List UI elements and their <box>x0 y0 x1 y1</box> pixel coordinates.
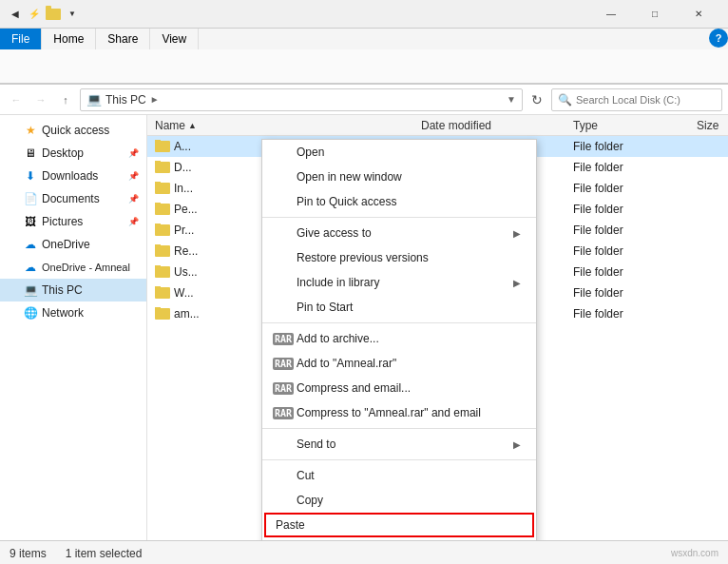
cm-item-icon <box>274 192 293 211</box>
sidebar: ★ Quick access 🖥 Desktop 📌 ⬇ Downloads 📌… <box>0 115 147 540</box>
cm-item-icon <box>274 167 293 186</box>
sidebar-item-pictures[interactable]: 🖼 Pictures 📌 <box>0 210 146 233</box>
context-menu-item-compress-amneal-email[interactable]: RARCompress to "Amneal.rar" and email <box>262 400 536 425</box>
rar-icon: RAR <box>274 403 293 422</box>
file-type-cell: File folder <box>573 140 697 153</box>
cm-item-icon <box>274 273 293 292</box>
ribbon-tabs: File Home Share View ? <box>0 29 728 49</box>
cm-label: Pin to Start <box>297 301 521 314</box>
ribbon-content <box>0 49 728 84</box>
sidebar-item-network[interactable]: 🌐 Network <box>0 301 146 324</box>
maximize-button[interactable]: □ <box>633 0 677 29</box>
rar-icon: RAR <box>274 354 293 373</box>
path-segment-thispc[interactable]: This PC <box>105 93 146 107</box>
sidebar-item-this-pc[interactable]: 💻 This PC <box>0 279 146 301</box>
minimize-button[interactable]: — <box>589 0 633 29</box>
context-menu-item-cut[interactable]: Cut <box>262 463 536 488</box>
context-menu-item-add-archive[interactable]: RARAdd to archive... <box>262 326 536 351</box>
cm-label: Open in new window <box>297 170 521 184</box>
col-header-date[interactable]: Date modified <box>421 119 573 132</box>
file-type-cell: File folder <box>573 265 697 279</box>
cm-label: Pin to Quick access <box>297 195 521 208</box>
context-menu-item-pin-start[interactable]: Pin to Start <box>262 295 536 320</box>
search-input[interactable] <box>576 94 716 106</box>
folder-icon <box>155 183 170 194</box>
sidebar-item-onedrive[interactable]: ☁ OneDrive <box>0 233 146 256</box>
col-header-size[interactable]: Size <box>697 119 728 132</box>
address-path[interactable]: 💻 This PC ► ▼ <box>80 88 523 111</box>
submenu-arrow: ▶ <box>513 278 521 288</box>
pin-icon-downloads: 📌 <box>128 171 139 181</box>
sidebar-item-documents[interactable]: 📄 Documents 📌 <box>0 187 146 210</box>
cm-item-icon <box>274 466 293 485</box>
dropdown-arrow-icon[interactable]: ▼ <box>65 7 80 22</box>
context-menu-item-copy[interactable]: Copy <box>262 488 536 513</box>
file-type-cell: File folder <box>573 307 697 321</box>
submenu-arrow: ▶ <box>513 439 521 450</box>
cm-label: Add to archive... <box>297 332 521 345</box>
pin-icon-desktop: 📌 <box>128 148 139 158</box>
path-separator: ► <box>150 94 160 105</box>
tab-home[interactable]: Home <box>42 29 96 49</box>
cm-item-icon <box>274 491 293 510</box>
col-header-name[interactable]: Name ▲ <box>155 119 421 132</box>
context-menu-item-open[interactable]: Open <box>262 140 536 165</box>
folder-icon <box>155 204 170 215</box>
context-menu-item-include-library[interactable]: Include in library▶ <box>262 270 536 295</box>
cm-label: Open <box>297 146 521 159</box>
context-menu-item-give-access[interactable]: Give access to▶ <box>262 221 536 245</box>
ribbon: File Home Share View ? <box>0 29 728 85</box>
search-box[interactable]: 🔍 <box>551 88 722 111</box>
tab-file[interactable]: File <box>0 29 42 49</box>
main-layout: ★ Quick access 🖥 Desktop 📌 ⬇ Downloads 📌… <box>0 115 728 540</box>
folder-icon <box>155 266 170 278</box>
path-dropdown[interactable]: ▼ <box>507 94 516 105</box>
context-menu-item-add-amneal-rar[interactable]: RARAdd to "Amneal.rar" <box>262 351 536 376</box>
cm-label: Compress and email... <box>297 381 521 395</box>
window-controls: — □ ✕ <box>589 0 720 29</box>
quick-access-icon[interactable]: ⚡ <box>27 7 42 22</box>
context-menu-item-send-to[interactable]: Send to▶ <box>262 432 536 457</box>
sort-arrow-name: ▲ <box>188 121 197 130</box>
tab-view[interactable]: View <box>150 29 199 49</box>
downloads-icon: ⬇ <box>23 169 38 183</box>
desktop-icon: 🖥 <box>23 146 38 160</box>
network-icon: 🌐 <box>23 306 38 320</box>
onedrive-amneal-icon: ☁ <box>23 261 38 274</box>
cm-item-icon <box>274 298 293 317</box>
context-menu-item-open-new-window[interactable]: Open in new window <box>262 165 536 189</box>
refresh-button[interactable]: ↻ <box>527 89 547 110</box>
back-button[interactable]: ← <box>6 89 27 110</box>
path-icon: 💻 <box>86 92 102 107</box>
context-menu-item-compress-email[interactable]: RARCompress and email... <box>262 376 536 400</box>
tab-share[interactable]: Share <box>96 29 150 49</box>
sidebar-label-onedrive: OneDrive <box>42 238 90 251</box>
context-menu-item-pin-quick-access[interactable]: Pin to Quick access <box>262 189 536 214</box>
content-area: Name ▲ Date modified Type Size A... 10.0… <box>147 115 728 540</box>
context-menu-separator <box>262 428 536 429</box>
context-menu-item-paste[interactable]: Paste <box>264 513 534 537</box>
cm-label: Give access to <box>297 226 513 240</box>
sidebar-label-pictures: Pictures <box>42 215 83 228</box>
sidebar-item-quick-access[interactable]: ★ Quick access <box>0 119 146 142</box>
item-count: 9 items <box>10 547 47 560</box>
col-header-type[interactable]: Type <box>573 119 697 132</box>
cm-label: Send to <box>297 438 513 451</box>
context-menu-item-restore-versions[interactable]: Restore previous versions <box>262 245 536 270</box>
cm-item-icon <box>274 143 293 162</box>
file-type-cell: File folder <box>573 224 697 237</box>
folder-icon <box>155 162 170 173</box>
up-button[interactable]: ↑ <box>55 89 76 110</box>
context-menu: OpenOpen in new windowPin to Quick acces… <box>261 139 537 540</box>
sidebar-item-downloads[interactable]: ⬇ Downloads 📌 <box>0 165 146 187</box>
folder-icon <box>155 308 170 320</box>
file-type-cell: File folder <box>573 244 697 258</box>
pin-icon-pictures: 📌 <box>128 217 139 226</box>
column-headers: Name ▲ Date modified Type Size <box>147 115 728 136</box>
sidebar-item-desktop[interactable]: 🖥 Desktop 📌 <box>0 142 146 165</box>
help-button[interactable]: ? <box>709 29 728 48</box>
forward-button[interactable]: → <box>30 89 51 110</box>
sidebar-item-onedrive-amneal[interactable]: ☁ OneDrive - Amneal <box>0 256 146 279</box>
back-arrow-icon[interactable]: ◀ <box>8 7 23 22</box>
close-button[interactable]: ✕ <box>677 0 720 29</box>
